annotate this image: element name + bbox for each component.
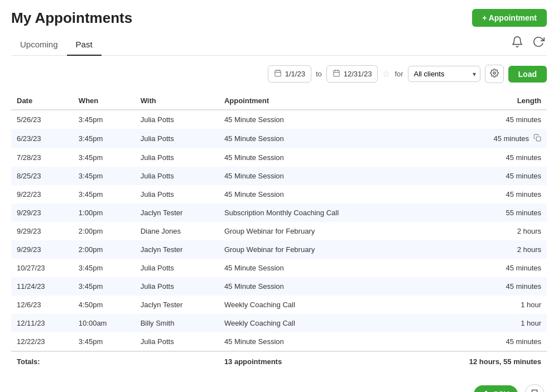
cell-length: 45 minutes xyxy=(416,167,547,185)
cell-date: 9/29/23 xyxy=(11,240,73,259)
download-icon: ⬇ xyxy=(483,390,489,392)
cell-appointment: 45 Minute Session xyxy=(219,259,416,277)
cell-appointment: Group Webinar for February xyxy=(219,222,416,240)
cell-date: 12/11/23 xyxy=(11,314,73,332)
table-row: 9/22/233:45pmJulia Potts45 Minute Sessio… xyxy=(11,185,547,204)
filter-bar: 1/1/23 to 12/31/23 ☆ for All clientsJuli… xyxy=(11,65,547,83)
svg-rect-9 xyxy=(536,137,541,141)
cell-date: 9/29/23 xyxy=(11,204,73,222)
cell-when: 3:45pm xyxy=(73,129,135,148)
svg-rect-0 xyxy=(275,70,281,76)
cell-appointment: 45 Minute Session xyxy=(219,277,416,296)
print-icon xyxy=(530,389,540,392)
add-appointment-button[interactable]: + Appointment xyxy=(472,9,547,27)
red-arrow-hint: → xyxy=(450,385,466,392)
col-appointment: Appointment xyxy=(219,92,416,110)
star-icon-button[interactable]: ☆ xyxy=(382,69,390,79)
col-length: Length xyxy=(416,92,547,110)
gear-icon-button[interactable] xyxy=(485,65,504,83)
cell-length: 45 minutes xyxy=(416,277,547,296)
cell-appointment: Subscription Monthly Coaching Call xyxy=(219,204,416,222)
print-button[interactable] xyxy=(525,384,545,392)
cell-length: 45 minutes xyxy=(416,110,547,129)
cell-date: 5/26/23 xyxy=(11,110,73,129)
to-label: to xyxy=(316,70,322,78)
col-date: Date xyxy=(11,92,73,110)
cell-with: Diane Jones xyxy=(135,222,219,240)
col-when: When xyxy=(73,92,135,110)
cell-appointment: 45 Minute Session xyxy=(219,148,416,167)
calendar-from-icon xyxy=(274,69,282,79)
tabs-bar: Upcoming Past xyxy=(11,33,547,56)
cell-with: Julia Potts xyxy=(135,167,219,185)
cell-length: 45 minutes xyxy=(416,148,547,167)
table-row: 9/29/232:00pmDiane JonesGroup Webinar fo… xyxy=(11,222,547,240)
cell-with: Jaclyn Tester xyxy=(135,240,219,259)
cell-appointment: 45 Minute Session xyxy=(219,167,416,185)
date-from-value: 1/1/23 xyxy=(285,70,305,78)
copy-icon[interactable] xyxy=(533,134,541,143)
page-title: My Appointments xyxy=(11,9,132,27)
cell-when: 1:00pm xyxy=(73,204,135,222)
table-row: 5/26/233:45pmJulia Potts45 Minute Sessio… xyxy=(11,110,547,129)
table-header-row: Date When With Appointment Length xyxy=(11,92,547,110)
load-button[interactable]: Load xyxy=(508,66,547,83)
cell-date: 12/6/23 xyxy=(11,296,73,314)
cell-date: 7/28/23 xyxy=(11,148,73,167)
cell-date: 10/27/23 xyxy=(11,259,73,277)
cell-length: 45 minutes xyxy=(416,259,547,277)
csv-download-button[interactable]: ⬇ CSV xyxy=(474,385,518,392)
cell-length: 45 minutes xyxy=(416,185,547,204)
cell-length: 55 minutes xyxy=(416,204,547,222)
cell-appointment: 45 Minute Session xyxy=(219,129,416,148)
cell-date: 12/22/23 xyxy=(11,332,73,351)
cell-when: 2:00pm xyxy=(73,222,135,240)
cell-with: Julia Potts xyxy=(135,110,219,129)
cell-when: 10:00am xyxy=(73,314,135,332)
client-select-wrapper: All clientsJulia PottsJaclyn TesterDiane… xyxy=(408,66,480,82)
cell-with: Julia Potts xyxy=(135,129,219,148)
table-row: 12/6/234:50pmJaclyn TesterWeekly Coachin… xyxy=(11,296,547,314)
cell-when: 3:45pm xyxy=(73,185,135,204)
totals-count: 13 appointments xyxy=(219,351,416,371)
cell-date: 11/24/23 xyxy=(11,277,73,296)
cell-with: Julia Potts xyxy=(135,277,219,296)
tab-upcoming[interactable]: Upcoming xyxy=(11,34,67,56)
refresh-icon-button[interactable] xyxy=(530,33,547,53)
cell-appointment: Weekly Coaching Call xyxy=(219,314,416,332)
totals-length: 12 hours, 55 minutes xyxy=(416,351,547,371)
tab-past[interactable]: Past xyxy=(67,34,102,56)
cell-length: 45 minutes xyxy=(416,129,547,148)
cell-when: 3:45pm xyxy=(73,332,135,351)
cell-with: Julia Potts xyxy=(135,148,219,167)
cell-date: 6/23/23 xyxy=(11,129,73,148)
cell-with: Jaclyn Tester xyxy=(135,204,219,222)
cell-when: 2:00pm xyxy=(73,240,135,259)
cell-when: 3:45pm xyxy=(73,167,135,185)
cell-appointment: 45 Minute Session xyxy=(219,332,416,351)
cell-with: Julia Potts xyxy=(135,332,219,351)
cell-with: Billy Smith xyxy=(135,314,219,332)
cell-appointment: 45 Minute Session xyxy=(219,110,416,129)
totals-label: Totals: xyxy=(11,351,73,371)
cell-when: 3:45pm xyxy=(73,277,135,296)
cell-appointment: 45 Minute Session xyxy=(219,185,416,204)
cell-date: 9/22/23 xyxy=(11,185,73,204)
cell-date: 9/29/23 xyxy=(11,222,73,240)
cell-with: Julia Potts xyxy=(135,185,219,204)
date-from-input[interactable]: 1/1/23 xyxy=(268,65,311,83)
svg-point-8 xyxy=(493,72,496,74)
svg-rect-4 xyxy=(334,70,340,76)
cell-when: 3:45pm xyxy=(73,259,135,277)
notification-icon-button[interactable] xyxy=(509,33,526,53)
cell-when: 3:45pm xyxy=(73,148,135,167)
cell-length: 2 hours xyxy=(416,240,547,259)
cell-appointment: Group Webinar for February xyxy=(219,240,416,259)
tab-icons xyxy=(509,33,547,55)
date-to-value: 12/31/23 xyxy=(344,70,372,78)
table-row: 9/29/232:00pmJaclyn TesterGroup Webinar … xyxy=(11,240,547,259)
table-row: 12/22/233:45pmJulia Potts45 Minute Sessi… xyxy=(11,332,547,351)
client-select[interactable]: All clientsJulia PottsJaclyn TesterDiane… xyxy=(408,66,480,82)
footer-actions: → ⬇ CSV xyxy=(11,384,547,392)
date-to-input[interactable]: 12/31/23 xyxy=(326,65,378,83)
